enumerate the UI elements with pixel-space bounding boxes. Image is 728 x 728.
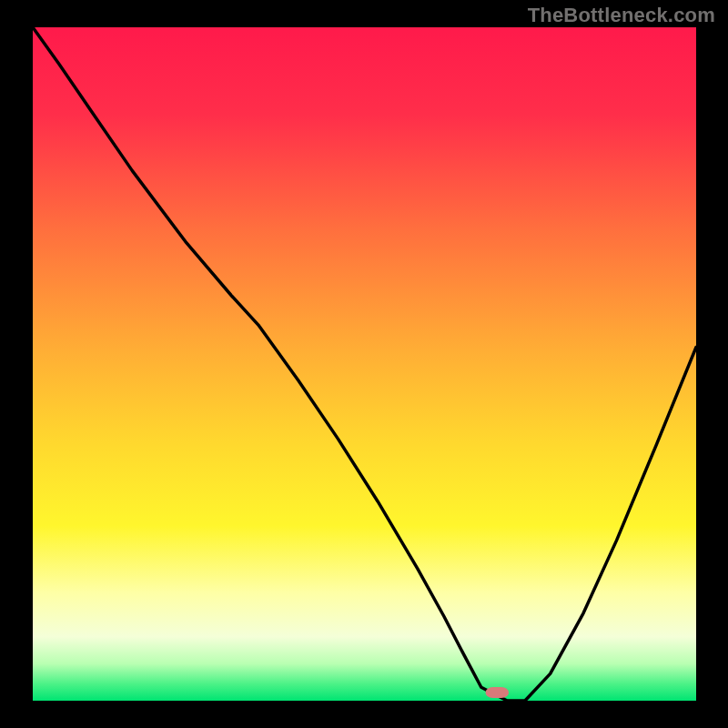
optimal-marker: [486, 687, 510, 698]
bottleneck-chart: [0, 0, 728, 728]
chart-frame: TheBottleneck.com: [0, 0, 728, 728]
gradient-background: [33, 27, 696, 701]
watermark-text: TheBottleneck.com: [528, 4, 715, 27]
